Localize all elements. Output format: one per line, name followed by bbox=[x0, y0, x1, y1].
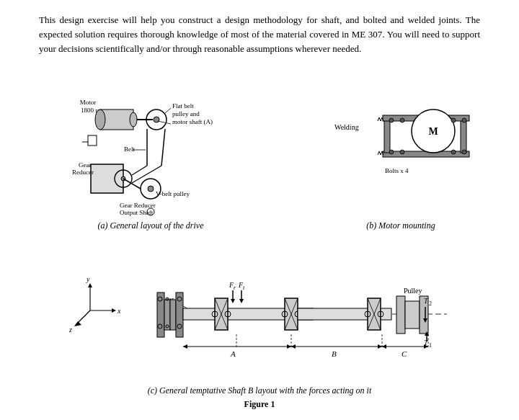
svg-rect-63 bbox=[164, 300, 170, 330]
svg-marker-57 bbox=[74, 321, 81, 326]
svg-rect-31 bbox=[88, 135, 97, 146]
svg-line-13 bbox=[161, 129, 165, 166]
svg-text:M: M bbox=[428, 126, 438, 137]
svg-marker-51 bbox=[88, 283, 92, 287]
svg-line-22 bbox=[132, 166, 147, 175]
figure-c-caption: (c) General temptative Shaft B layout wi… bbox=[148, 385, 372, 396]
subfig-b-label: (b) Motor mounting bbox=[366, 220, 435, 231]
svg-text:Pulley: Pulley bbox=[404, 287, 422, 295]
svg-marker-79 bbox=[239, 299, 244, 303]
svg-point-42 bbox=[389, 150, 394, 154]
intro-paragraph: This design exercise will help you const… bbox=[39, 13, 480, 56]
svg-point-3 bbox=[95, 110, 105, 130]
svg-point-43 bbox=[400, 150, 404, 154]
svg-text:1: 1 bbox=[429, 342, 432, 349]
svg-point-49 bbox=[462, 118, 466, 122]
svg-point-4 bbox=[130, 112, 137, 127]
svg-point-45 bbox=[462, 150, 466, 154]
svg-rect-68 bbox=[170, 300, 176, 330]
svg-text:Output Shaft: Output Shaft bbox=[120, 209, 154, 216]
svg-marker-111 bbox=[287, 344, 291, 349]
figures-ab-row: Motor 1800 rpm Flat belt pulley and moto… bbox=[39, 72, 480, 231]
figure-b-svg: Welding M Bolts x 4 bbox=[321, 72, 480, 216]
svg-text:Welding: Welding bbox=[334, 123, 359, 131]
svg-rect-35 bbox=[383, 151, 469, 157]
figure-a-svg: Motor 1800 rpm Flat belt pulley and moto… bbox=[39, 72, 262, 216]
svg-point-46 bbox=[389, 118, 394, 122]
figure-b: Welding M Bolts x 4 bbox=[321, 72, 480, 231]
svg-text:r: r bbox=[234, 285, 236, 291]
svg-text:motor shaft (A): motor shaft (A) bbox=[172, 118, 213, 125]
figure-c-svg: y x z Gear F r F t bbox=[50, 238, 469, 383]
svg-text:t: t bbox=[243, 285, 245, 291]
svg-rect-98 bbox=[396, 296, 405, 334]
svg-marker-110 bbox=[183, 344, 187, 349]
svg-marker-54 bbox=[112, 308, 116, 313]
svg-marker-77 bbox=[231, 299, 235, 303]
svg-marker-120 bbox=[382, 344, 386, 349]
svg-text:Motor: Motor bbox=[80, 99, 97, 106]
figure-caption: Figure 1 bbox=[244, 399, 275, 410]
svg-text:V-belt pulley: V-belt pulley bbox=[156, 190, 190, 197]
svg-text:2: 2 bbox=[429, 300, 432, 307]
svg-rect-36 bbox=[384, 117, 390, 153]
svg-rect-99 bbox=[405, 301, 420, 329]
svg-text:z: z bbox=[68, 326, 72, 334]
svg-point-44 bbox=[451, 150, 456, 154]
figure-a: Motor 1800 rpm Flat belt pulley and moto… bbox=[39, 72, 262, 231]
svg-text:Belt: Belt bbox=[124, 146, 135, 153]
svg-text:C: C bbox=[402, 349, 407, 358]
svg-rect-16 bbox=[91, 164, 123, 193]
svg-text:Reducer: Reducer bbox=[72, 169, 94, 176]
subfig-a-label: (a) General layout of the drive bbox=[98, 220, 204, 231]
svg-point-47 bbox=[400, 118, 404, 122]
svg-text:A: A bbox=[230, 349, 236, 358]
svg-marker-115 bbox=[291, 344, 296, 349]
svg-text:pulley and: pulley and bbox=[172, 110, 200, 117]
svg-text:Bolts x 4: Bolts x 4 bbox=[385, 167, 409, 174]
figure-c-wrapper: y x z Gear F r F t bbox=[39, 238, 480, 410]
svg-marker-116 bbox=[378, 344, 382, 349]
svg-text:y: y bbox=[86, 275, 90, 283]
svg-point-48 bbox=[451, 118, 456, 122]
svg-text:x: x bbox=[117, 307, 121, 315]
svg-text:Gear Reducer: Gear Reducer bbox=[120, 202, 156, 209]
svg-text:Gear: Gear bbox=[79, 161, 92, 169]
svg-line-11 bbox=[165, 108, 171, 113]
svg-point-25 bbox=[148, 186, 154, 192]
svg-point-7 bbox=[154, 117, 159, 122]
figure-label: Figure 1 bbox=[244, 399, 275, 409]
svg-text:B: B bbox=[332, 349, 337, 358]
svg-text:Flat belt: Flat belt bbox=[172, 102, 194, 110]
svg-rect-69 bbox=[176, 292, 183, 337]
svg-line-33 bbox=[158, 121, 171, 124]
